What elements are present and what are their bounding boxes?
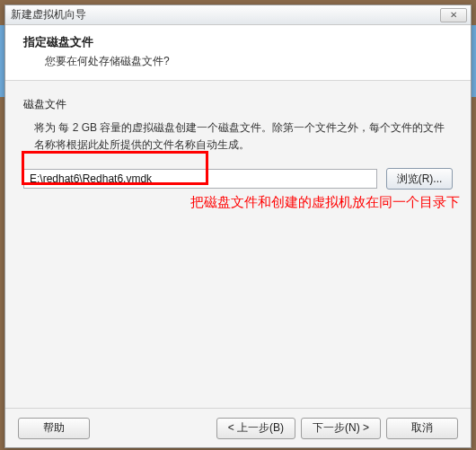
section-label: 磁盘文件: [23, 97, 453, 112]
browse-button[interactable]: 浏览(R)...: [386, 168, 453, 190]
content-area: 磁盘文件 将为 每 2 GB 容量的虚拟磁盘创建一个磁盘文件。除第一个文件之外，…: [5, 81, 471, 197]
window-title: 新建虚拟机向导: [9, 7, 440, 22]
page-subtitle: 您要在何处存储磁盘文件?: [18, 54, 458, 69]
disk-path-input[interactable]: [23, 169, 377, 189]
page-title: 指定磁盘文件: [18, 34, 458, 50]
next-button[interactable]: 下一步(N) >: [301, 418, 381, 439]
path-row: 浏览(R)...: [23, 168, 453, 190]
help-button[interactable]: 帮助: [18, 418, 90, 439]
close-button[interactable]: ✕: [440, 8, 467, 22]
section-description: 将为 每 2 GB 容量的虚拟磁盘创建一个磁盘文件。除第一个文件之外，每个文件的…: [34, 119, 453, 154]
footer: 帮助 < 上一步(B) 下一步(N) > 取消: [5, 408, 471, 447]
annotation-text: 把磁盘文件和创建的虚拟机放在同一个目录下: [190, 194, 460, 211]
header-panel: 指定磁盘文件 您要在何处存储磁盘文件?: [5, 25, 471, 81]
cancel-button[interactable]: 取消: [386, 418, 458, 439]
titlebar: 新建虚拟机向导 ✕: [5, 5, 471, 25]
back-button[interactable]: < 上一步(B): [216, 418, 295, 439]
close-icon: ✕: [450, 10, 457, 20]
wizard-dialog: 新建虚拟机向导 ✕ 指定磁盘文件 您要在何处存储磁盘文件? 磁盘文件 将为 每 …: [4, 4, 472, 448]
